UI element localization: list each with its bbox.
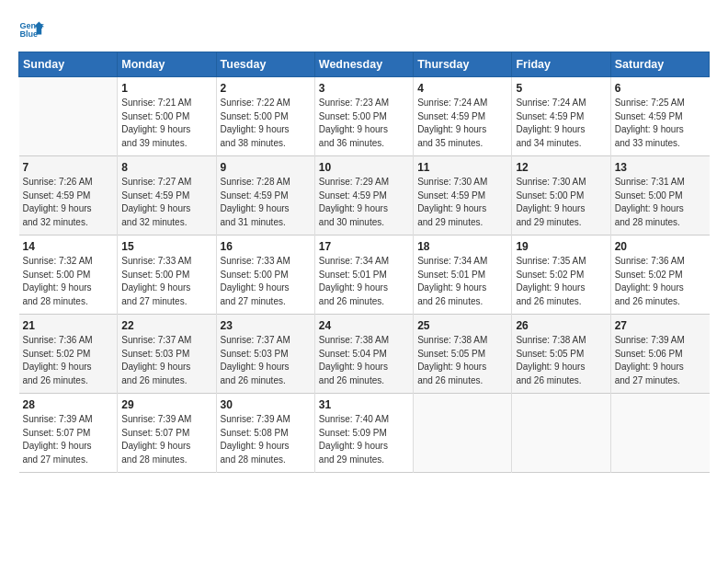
day-info: Sunrise: 7:39 AM Sunset: 5:06 PM Dayligh… xyxy=(615,334,706,387)
svg-text:Blue: Blue xyxy=(19,29,38,39)
day-number: 22 xyxy=(121,319,211,332)
day-number: 15 xyxy=(121,240,211,253)
day-info: Sunrise: 7:33 AM Sunset: 5:00 PM Dayligh… xyxy=(221,255,311,308)
week-row-3: 14Sunrise: 7:32 AM Sunset: 5:00 PM Dayli… xyxy=(19,236,710,315)
day-info: Sunrise: 7:25 AM Sunset: 4:59 PM Dayligh… xyxy=(615,97,706,150)
calendar-cell: 22Sunrise: 7:37 AM Sunset: 5:03 PM Dayli… xyxy=(118,315,216,394)
day-number: 21 xyxy=(23,319,114,332)
day-info: Sunrise: 7:24 AM Sunset: 4:59 PM Dayligh… xyxy=(417,97,507,150)
logo-icon: General Blue xyxy=(18,17,44,42)
day-info: Sunrise: 7:33 AM Sunset: 5:00 PM Dayligh… xyxy=(121,255,211,308)
day-number: 3 xyxy=(319,82,409,95)
day-number: 5 xyxy=(516,82,606,95)
day-number: 17 xyxy=(319,240,409,253)
col-header-tuesday: Tuesday xyxy=(216,52,314,77)
calendar-cell: 10Sunrise: 7:29 AM Sunset: 4:59 PM Dayli… xyxy=(314,156,413,236)
calendar-cell: 5Sunrise: 7:24 AM Sunset: 4:59 PM Daylig… xyxy=(512,77,610,156)
day-info: Sunrise: 7:36 AM Sunset: 5:02 PM Dayligh… xyxy=(23,334,114,387)
day-number: 13 xyxy=(615,161,706,174)
calendar-cell: 2Sunrise: 7:22 AM Sunset: 5:00 PM Daylig… xyxy=(216,77,314,156)
day-number: 4 xyxy=(417,82,507,95)
calendar-cell: 24Sunrise: 7:38 AM Sunset: 5:04 PM Dayli… xyxy=(314,315,413,394)
day-info: Sunrise: 7:29 AM Sunset: 4:59 PM Dayligh… xyxy=(319,176,409,229)
col-header-sunday: Sunday xyxy=(19,52,118,77)
day-number: 18 xyxy=(417,240,507,253)
day-info: Sunrise: 7:38 AM Sunset: 5:05 PM Dayligh… xyxy=(417,334,507,387)
day-info: Sunrise: 7:35 AM Sunset: 5:02 PM Dayligh… xyxy=(516,255,606,308)
calendar-cell: 18Sunrise: 7:34 AM Sunset: 5:01 PM Dayli… xyxy=(414,236,512,315)
day-number: 8 xyxy=(121,161,211,174)
week-row-5: 28Sunrise: 7:39 AM Sunset: 5:07 PM Dayli… xyxy=(19,394,710,473)
day-number: 20 xyxy=(615,240,706,253)
calendar-cell: 28Sunrise: 7:39 AM Sunset: 5:07 PM Dayli… xyxy=(19,394,118,473)
calendar-cell: 20Sunrise: 7:36 AM Sunset: 5:02 PM Dayli… xyxy=(610,236,709,315)
calendar-cell: 30Sunrise: 7:39 AM Sunset: 5:08 PM Dayli… xyxy=(216,394,314,473)
calendar-cell: 7Sunrise: 7:26 AM Sunset: 4:59 PM Daylig… xyxy=(19,156,118,236)
calendar-cell: 16Sunrise: 7:33 AM Sunset: 5:00 PM Dayli… xyxy=(216,236,314,315)
day-info: Sunrise: 7:37 AM Sunset: 5:03 PM Dayligh… xyxy=(221,334,311,387)
day-number: 30 xyxy=(221,398,311,411)
day-info: Sunrise: 7:30 AM Sunset: 5:00 PM Dayligh… xyxy=(516,176,606,229)
day-number: 25 xyxy=(417,319,507,332)
day-info: Sunrise: 7:39 AM Sunset: 5:08 PM Dayligh… xyxy=(221,413,311,466)
week-row-1: 1Sunrise: 7:21 AM Sunset: 5:00 PM Daylig… xyxy=(19,77,710,156)
day-info: Sunrise: 7:34 AM Sunset: 5:01 PM Dayligh… xyxy=(319,255,409,308)
day-number: 16 xyxy=(221,240,311,253)
day-number: 31 xyxy=(319,398,409,411)
calendar-cell: 12Sunrise: 7:30 AM Sunset: 5:00 PM Dayli… xyxy=(512,156,610,236)
day-info: Sunrise: 7:27 AM Sunset: 4:59 PM Dayligh… xyxy=(121,176,211,229)
day-number: 11 xyxy=(417,161,507,174)
calendar-cell: 17Sunrise: 7:34 AM Sunset: 5:01 PM Dayli… xyxy=(314,236,413,315)
calendar-cell: 14Sunrise: 7:32 AM Sunset: 5:00 PM Dayli… xyxy=(19,236,118,315)
calendar-cell: 25Sunrise: 7:38 AM Sunset: 5:05 PM Dayli… xyxy=(414,315,512,394)
day-number: 29 xyxy=(121,398,211,411)
week-row-2: 7Sunrise: 7:26 AM Sunset: 4:59 PM Daylig… xyxy=(19,156,710,236)
calendar-cell: 23Sunrise: 7:37 AM Sunset: 5:03 PM Dayli… xyxy=(216,315,314,394)
day-info: Sunrise: 7:21 AM Sunset: 5:00 PM Dayligh… xyxy=(121,97,211,150)
calendar-cell: 4Sunrise: 7:24 AM Sunset: 4:59 PM Daylig… xyxy=(414,77,512,156)
day-info: Sunrise: 7:38 AM Sunset: 5:05 PM Dayligh… xyxy=(516,334,606,387)
day-info: Sunrise: 7:39 AM Sunset: 5:07 PM Dayligh… xyxy=(23,413,114,466)
calendar-cell: 1Sunrise: 7:21 AM Sunset: 5:00 PM Daylig… xyxy=(118,77,216,156)
day-number: 12 xyxy=(516,161,606,174)
day-number: 28 xyxy=(23,398,114,411)
day-info: Sunrise: 7:36 AM Sunset: 5:02 PM Dayligh… xyxy=(615,255,706,308)
calendar-cell: 19Sunrise: 7:35 AM Sunset: 5:02 PM Dayli… xyxy=(512,236,610,315)
day-info: Sunrise: 7:23 AM Sunset: 5:00 PM Dayligh… xyxy=(319,97,409,150)
calendar-table: SundayMondayTuesdayWednesdayThursdayFrid… xyxy=(18,52,710,473)
calendar-cell xyxy=(414,394,512,473)
calendar-cell: 26Sunrise: 7:38 AM Sunset: 5:05 PM Dayli… xyxy=(512,315,610,394)
calendar-cell: 27Sunrise: 7:39 AM Sunset: 5:06 PM Dayli… xyxy=(610,315,709,394)
day-info: Sunrise: 7:37 AM Sunset: 5:03 PM Dayligh… xyxy=(121,334,211,387)
day-number: 23 xyxy=(221,319,311,332)
day-info: Sunrise: 7:38 AM Sunset: 5:04 PM Dayligh… xyxy=(319,334,409,387)
day-info: Sunrise: 7:24 AM Sunset: 4:59 PM Dayligh… xyxy=(516,97,606,150)
main-container: General Blue SundayMondayTuesdayWednesda… xyxy=(0,0,728,563)
col-header-thursday: Thursday xyxy=(414,52,512,77)
calendar-cell: 11Sunrise: 7:30 AM Sunset: 4:59 PM Dayli… xyxy=(414,156,512,236)
day-number: 9 xyxy=(221,161,311,174)
calendar-cell: 21Sunrise: 7:36 AM Sunset: 5:02 PM Dayli… xyxy=(19,315,118,394)
day-number: 24 xyxy=(319,319,409,332)
day-info: Sunrise: 7:30 AM Sunset: 4:59 PM Dayligh… xyxy=(417,176,507,229)
day-number: 1 xyxy=(121,82,211,95)
logo: General Blue xyxy=(18,17,48,42)
col-header-wednesday: Wednesday xyxy=(314,52,413,77)
calendar-cell: 31Sunrise: 7:40 AM Sunset: 5:09 PM Dayli… xyxy=(314,394,413,473)
calendar-cell xyxy=(512,394,610,473)
day-info: Sunrise: 7:34 AM Sunset: 5:01 PM Dayligh… xyxy=(417,255,507,308)
day-info: Sunrise: 7:28 AM Sunset: 4:59 PM Dayligh… xyxy=(221,176,311,229)
calendar-cell xyxy=(610,394,709,473)
calendar-header-row: SundayMondayTuesdayWednesdayThursdayFrid… xyxy=(19,52,710,77)
day-info: Sunrise: 7:39 AM Sunset: 5:07 PM Dayligh… xyxy=(121,413,211,466)
calendar-cell: 3Sunrise: 7:23 AM Sunset: 5:00 PM Daylig… xyxy=(314,77,413,156)
week-row-4: 21Sunrise: 7:36 AM Sunset: 5:02 PM Dayli… xyxy=(19,315,710,394)
day-info: Sunrise: 7:32 AM Sunset: 5:00 PM Dayligh… xyxy=(23,255,114,308)
day-number: 14 xyxy=(23,240,114,253)
day-number: 10 xyxy=(319,161,409,174)
col-header-monday: Monday xyxy=(118,52,216,77)
day-number: 7 xyxy=(23,161,114,174)
calendar-cell: 13Sunrise: 7:31 AM Sunset: 5:00 PM Dayli… xyxy=(610,156,709,236)
header: General Blue xyxy=(18,17,710,42)
day-number: 27 xyxy=(615,319,706,332)
